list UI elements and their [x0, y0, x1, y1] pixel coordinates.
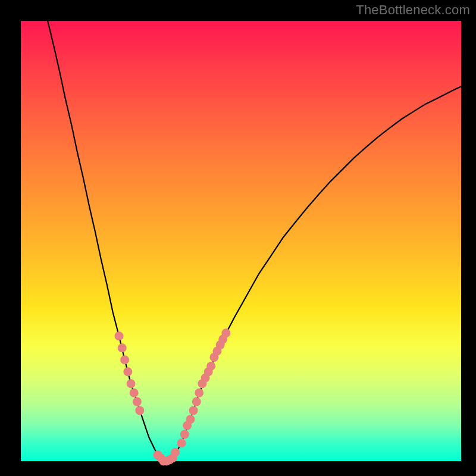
- data-dot: [118, 343, 127, 352]
- data-dot: [135, 406, 144, 415]
- data-dot: [180, 430, 189, 439]
- data-dot: [120, 355, 129, 364]
- data-dot: [115, 331, 124, 340]
- outer-frame: TheBottleneck.com: [0, 0, 476, 476]
- data-dot: [221, 328, 230, 337]
- data-dot: [206, 362, 215, 371]
- data-dot: [186, 415, 195, 424]
- data-dot: [133, 397, 142, 406]
- curve-layer: [48, 21, 461, 461]
- data-dot: [171, 448, 180, 457]
- bottleneck-curve: [48, 21, 461, 461]
- chart-svg: [21, 21, 461, 461]
- data-dot: [189, 406, 198, 415]
- data-dot: [195, 389, 203, 397]
- dots-layer: [115, 328, 231, 465]
- data-dot: [192, 397, 201, 406]
- data-dot: [127, 379, 136, 388]
- watermark-text: TheBottleneck.com: [356, 2, 470, 18]
- data-dot: [123, 367, 132, 376]
- data-dot: [177, 439, 186, 447]
- data-dot: [130, 389, 139, 397]
